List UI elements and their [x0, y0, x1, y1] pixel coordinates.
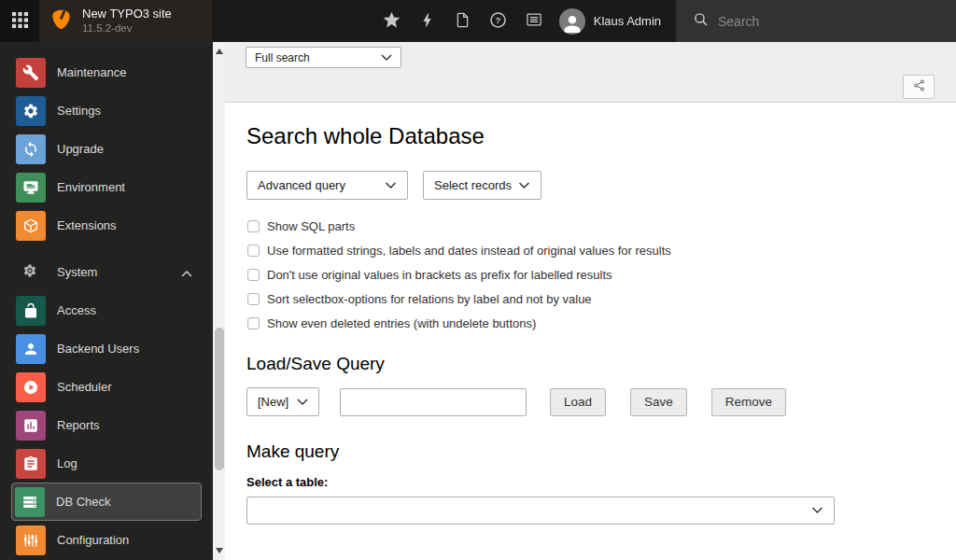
- checkbox[interactable]: [247, 245, 260, 257]
- scheduler-play-circle-icon: [16, 372, 46, 402]
- sidebar-item-label: Maintenance: [57, 65, 126, 79]
- help-circle-icon: ?: [488, 10, 508, 33]
- option-label: Sort selectbox-options for relations by …: [267, 292, 592, 306]
- user-name: Klaus Admin: [594, 14, 661, 28]
- db-check-database-icon: [15, 487, 45, 517]
- table-select[interactable]: [246, 497, 835, 525]
- option-label: Show SQL parts: [267, 219, 355, 233]
- sidebar-item-label: Reports: [57, 418, 100, 432]
- checkbox[interactable]: [247, 220, 260, 232]
- stored-query-select[interactable]: [New]: [246, 387, 319, 416]
- backend-users-person-icon: [16, 334, 46, 364]
- scroll-up-arrow[interactable]: [216, 49, 223, 54]
- search-input[interactable]: [718, 14, 942, 29]
- sidebar-item-access[interactable]: Access: [0, 291, 213, 329]
- docbody: Search whole Database Advanced query Sel…: [225, 103, 956, 525]
- option-show-sql-parts[interactable]: Show SQL parts: [247, 219, 935, 233]
- sidebar-item-label: Settings: [57, 104, 101, 118]
- load-button[interactable]: Load: [550, 388, 606, 416]
- bookmarks-button[interactable]: [378, 0, 406, 42]
- sidebar-item-label: Scheduler: [57, 380, 112, 394]
- sidebar-item-maintenance[interactable]: Maintenance: [0, 53, 213, 91]
- toolbar: ? Klaus Admin: [212, 0, 676, 42]
- sidebar-item-label: Log: [57, 456, 77, 470]
- sidebar-item-environment[interactable]: Environment: [0, 168, 213, 206]
- sidebar-item-db-check[interactable]: DB Check: [11, 483, 202, 521]
- save-button[interactable]: Save: [630, 388, 687, 416]
- sidebar-item-backend-users[interactable]: Backend Users: [0, 329, 213, 368]
- query-type-value: Advanced query: [258, 178, 345, 192]
- scroll-down-arrow[interactable]: [216, 548, 223, 553]
- list-icon: [525, 10, 543, 32]
- sidebar-item-label: Backend Users: [57, 342, 139, 356]
- chevron-down-icon: [297, 399, 308, 406]
- stored-query-value: [New]: [258, 395, 288, 409]
- site-version: 11.5.2-dev: [82, 21, 172, 35]
- reports-chart-icon: [16, 411, 46, 441]
- module-menu: Maintenance Settings Upgrade Environment…: [0, 42, 213, 560]
- option-no-original-values[interactable]: Don't use original values in brackets as…: [247, 268, 935, 282]
- new-document-button[interactable]: [449, 0, 477, 42]
- sidebar-item-scheduler[interactable]: Scheduler: [0, 368, 213, 406]
- query-name-input[interactable]: [340, 388, 527, 416]
- function-menu-select[interactable]: Full search: [246, 47, 401, 68]
- sidebar-item-label: Environment: [57, 180, 125, 194]
- shortcut-button[interactable]: [903, 75, 935, 99]
- sidebar-item-label: Configuration: [57, 533, 129, 547]
- typo3-logo-icon: [49, 7, 73, 35]
- sidebar-section-label: System: [57, 265, 181, 279]
- clear-cache-button[interactable]: [414, 0, 442, 42]
- option-label: Don't use original values in brackets as…: [267, 268, 612, 282]
- sidebar-section-system[interactable]: System: [0, 253, 213, 291]
- log-clipboard-icon: [16, 449, 46, 479]
- make-query-title: Make query: [246, 441, 935, 462]
- load-save-title: Load/Save Query: [246, 354, 935, 374]
- sidebar-item-label: DB Check: [56, 495, 111, 509]
- system-gear-outline-icon: [22, 263, 37, 282]
- modulemenu-toggle-button[interactable]: [0, 0, 39, 42]
- site-title: New TYPO3 site: [82, 7, 172, 21]
- access-lock-open-icon: [16, 296, 46, 326]
- module-content: Full search Search whole Database Advanc…: [225, 42, 956, 560]
- topbar-search[interactable]: [676, 0, 956, 42]
- module-menu-scrollbar[interactable]: [213, 42, 225, 560]
- brand[interactable]: New TYPO3 site 11.5.2-dev: [39, 0, 212, 42]
- sidebar-item-reports[interactable]: Reports: [0, 406, 213, 444]
- option-label: Use formatted strings, labels and dates …: [267, 244, 671, 258]
- topbar: New TYPO3 site 11.5.2-dev ? Klaus Admin: [0, 0, 956, 42]
- option-show-deleted[interactable]: Show even deleted entries (with undelete…: [247, 316, 935, 330]
- systeminformation-button[interactable]: [520, 0, 548, 42]
- sidebar-item-log[interactable]: Log: [0, 444, 213, 483]
- sidebar-item-configuration[interactable]: Configuration: [0, 521, 213, 559]
- chevron-down-icon: [385, 182, 397, 189]
- sidebar-item-label: Upgrade: [57, 142, 104, 156]
- help-button[interactable]: ?: [485, 0, 513, 42]
- maintenance-wrench-icon: [16, 58, 46, 88]
- record-select-value: Select records: [434, 178, 512, 192]
- share-icon: [912, 78, 926, 95]
- sidebar-item-label: Access: [57, 303, 96, 317]
- remove-button[interactable]: Remove: [711, 388, 786, 416]
- chevron-down-icon: [381, 54, 392, 62]
- option-label: Show even deleted entries (with undelete…: [267, 316, 536, 330]
- extensions-cube-icon: [16, 211, 46, 241]
- checkbox[interactable]: [247, 293, 260, 305]
- sidebar-item-extensions[interactable]: Extensions: [0, 206, 213, 245]
- record-select[interactable]: Select records: [423, 171, 541, 200]
- grid-icon: [11, 11, 29, 32]
- table-select-label: Select a table:: [246, 475, 935, 489]
- options-list: Show SQL parts Use formatted strings, la…: [246, 219, 935, 330]
- chevron-up-icon: [181, 264, 192, 281]
- file-icon: [454, 11, 471, 32]
- query-type-select[interactable]: Advanced query: [246, 171, 408, 200]
- page-title: Search whole Database: [246, 123, 935, 149]
- sidebar-item-settings[interactable]: Settings: [0, 91, 213, 130]
- sidebar-item-upgrade[interactable]: Upgrade: [0, 130, 213, 168]
- option-sort-by-label[interactable]: Sort selectbox-options for relations by …: [247, 292, 935, 306]
- scrollbar-thumb[interactable]: [215, 328, 224, 470]
- user-menu-button[interactable]: Klaus Admin: [555, 0, 667, 42]
- checkbox[interactable]: [247, 317, 260, 329]
- option-use-formatted-strings[interactable]: Use formatted strings, labels and dates …: [247, 244, 935, 258]
- configuration-sliders-icon: [16, 525, 46, 555]
- checkbox[interactable]: [247, 269, 260, 281]
